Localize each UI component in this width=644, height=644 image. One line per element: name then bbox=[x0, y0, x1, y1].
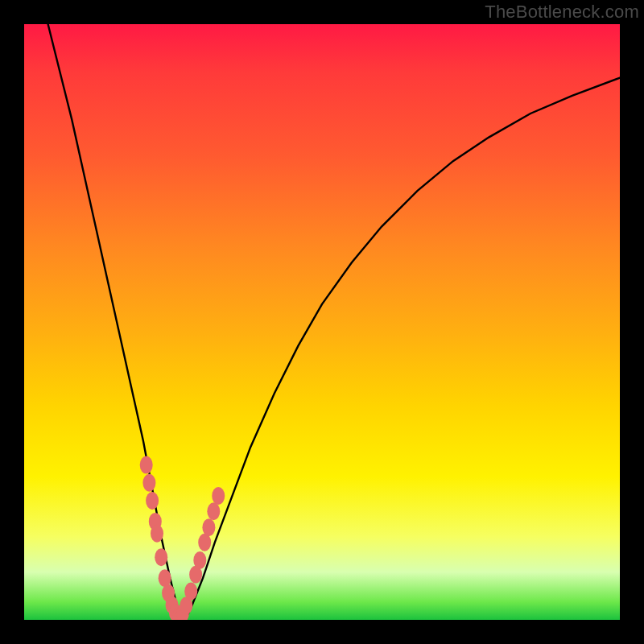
marker-dot bbox=[202, 518, 215, 536]
marker-dot bbox=[184, 582, 197, 600]
marker-dot bbox=[212, 487, 225, 505]
chart-frame bbox=[24, 24, 620, 620]
marker-dot bbox=[146, 492, 159, 510]
marker-dot bbox=[207, 502, 220, 520]
watermark-text: TheBottleneck.com bbox=[485, 2, 639, 23]
marker-dot bbox=[151, 525, 163, 543]
marker-dot bbox=[142, 474, 155, 492]
marker-group bbox=[140, 456, 225, 620]
marker-dot bbox=[140, 456, 153, 474]
bottleneck-chart bbox=[24, 24, 620, 620]
marker-dot bbox=[155, 548, 167, 566]
marker-dot bbox=[193, 551, 206, 569]
curve-line bbox=[48, 24, 620, 620]
